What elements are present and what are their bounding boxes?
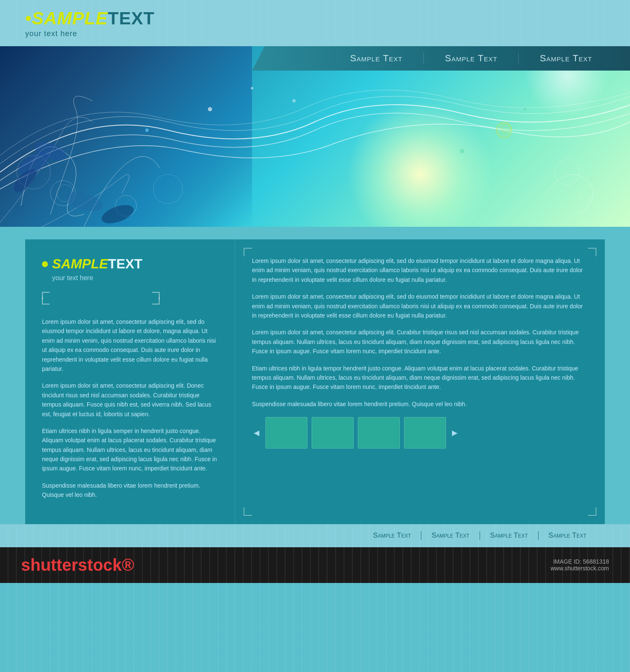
carousel: ◄ ► <box>252 417 588 449</box>
right-lorem-4: Etiam ultrices nibh in ligula tempor hen… <box>252 364 588 392</box>
svg-point-16 <box>292 99 296 102</box>
lorem-left-1: Lorem ipsum dolor sit amet, consectetur … <box>42 317 218 373</box>
corner-br-tl <box>244 248 252 256</box>
logo-subtitle: your text here <box>25 29 155 38</box>
section-heading-sample: SAMPLE <box>52 256 108 272</box>
right-lorem-2: Lorem ipsum dolor sit amet, consectetur … <box>252 292 588 320</box>
content-right: Lorem ipsum dolor sit amet, consectetur … <box>235 239 605 524</box>
svg-point-19 <box>523 108 527 111</box>
svg-point-11 <box>99 201 136 227</box>
section-heading-text: TEXT <box>108 256 142 272</box>
carousel-prev[interactable]: ◄ <box>252 428 261 438</box>
bracket-decoration <box>42 292 160 304</box>
logo-dot: • <box>25 8 32 28</box>
corner-br-bl <box>244 507 252 516</box>
corner-br-br <box>588 507 596 516</box>
svg-point-6 <box>580 185 596 202</box>
svg-point-17 <box>145 129 149 132</box>
logo-title: •SAMPLETEXT <box>25 8 155 29</box>
content-left: SAMPLE TEXT your text here Lorem ipsum d… <box>25 239 235 524</box>
content-area: SAMPLE TEXT your text here Lorem ipsum d… <box>25 239 605 524</box>
logo-text-word: TEXT <box>108 8 155 28</box>
section-subtitle: your text here <box>52 274 218 282</box>
carousel-next[interactable]: ► <box>450 428 459 438</box>
right-lorem-5: Suspendisse malesuada libero vitae lorem… <box>252 399 588 409</box>
svg-point-15 <box>251 87 253 89</box>
bullet-dot <box>42 261 48 267</box>
thumb-1[interactable] <box>265 417 307 449</box>
carousel-thumbs <box>265 417 446 449</box>
logo-sample-word: SAMPLE <box>32 8 108 28</box>
svg-point-10 <box>63 189 104 215</box>
lorem-left-2: Lorem ipsum dolor sit amet, consectetur … <box>42 381 218 419</box>
nav-item-1[interactable]: Sample Text <box>329 53 424 64</box>
nav-item-2[interactable]: Sample Text <box>424 53 519 64</box>
svg-point-5 <box>554 160 580 185</box>
svg-point-18 <box>460 149 464 153</box>
thumb-4[interactable] <box>404 417 446 449</box>
lorem-left-3: Etiam ultrices nibh in ligula semper in … <box>42 426 218 473</box>
svg-point-4 <box>153 174 183 204</box>
nav-items: Sample Text Sample Text Sample Text <box>329 53 630 64</box>
svg-point-14 <box>208 107 212 111</box>
corner-br-tr <box>588 248 596 256</box>
section-title: SAMPLE TEXT <box>42 256 218 272</box>
right-lorem-3: Lorem ipsum dolor sit amet, consectetur … <box>252 328 588 356</box>
right-lorem-1: Lorem ipsum dolor sit amet, consectetur … <box>252 256 588 284</box>
nav-item-3[interactable]: Sample Text <box>519 53 613 64</box>
nav-bar: Sample Text Sample Text Sample Text <box>252 46 630 71</box>
thumb-2[interactable] <box>312 417 354 449</box>
hero-banner <box>0 46 630 227</box>
logo-area: •SAMPLETEXT your text here <box>25 8 155 38</box>
header: •SAMPLETEXT your text here <box>0 0 630 46</box>
content-wrapper: re bekka shutterstock shutterstock SAMPL… <box>0 227 630 524</box>
lorem-left-4: Suspendisse malesuada libero vitae lorem… <box>42 481 218 500</box>
thumb-3[interactable] <box>358 417 400 449</box>
hero-decorative-svg <box>0 46 630 227</box>
